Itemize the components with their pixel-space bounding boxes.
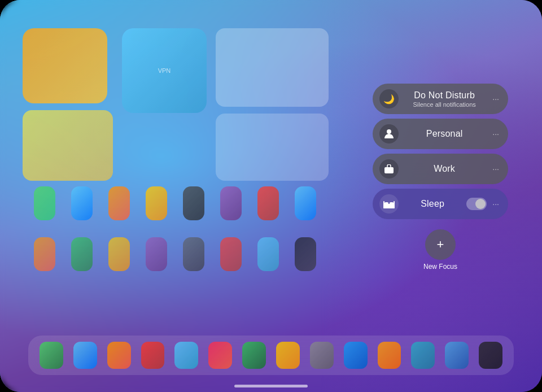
svg-rect-5: [383, 201, 384, 208]
app-icon-row2-6: [220, 237, 242, 271]
dock-icon-music[interactable]: [208, 342, 232, 369]
person-icon: [379, 124, 399, 143]
app-icon-photos: [295, 186, 316, 220]
personal-more-button[interactable]: ···: [490, 127, 501, 141]
dock-icon-settings[interactable]: [310, 342, 334, 369]
new-focus-label: New Focus: [423, 263, 457, 271]
app-icon-row2-8: [295, 237, 316, 271]
home-indicator: [234, 385, 308, 387]
svg-point-0: [387, 129, 391, 134]
sleep-more-button[interactable]: ···: [490, 197, 501, 211]
do-not-disturb-label: Do Not Disturb: [414, 90, 475, 101]
dock-icon-mail[interactable]: [141, 342, 165, 369]
app-icon-messages: [34, 186, 55, 220]
dock-icon-calendar[interactable]: [411, 342, 435, 369]
dock-icon-notes[interactable]: [378, 342, 401, 369]
personal-label: Personal: [426, 129, 463, 139]
app-icons-middle-row: [34, 186, 316, 220]
focus-item-sleep[interactable]: Sleep ···: [373, 189, 508, 219]
focus-item-work[interactable]: Work ···: [373, 154, 508, 184]
dock-icon-messages[interactable]: [40, 342, 63, 369]
app-icon-files: [108, 186, 130, 220]
focus-item-do-not-disturb[interactable]: 🌙 Do Not Disturb Silence all notificatio…: [373, 84, 508, 114]
work-more-button[interactable]: ···: [490, 162, 501, 176]
app-icon-safari: [71, 186, 93, 220]
dock-icon-appstore[interactable]: [344, 342, 368, 369]
dock-icon-safari[interactable]: [73, 342, 97, 369]
app-icon-row2-3: [108, 237, 130, 271]
focus-menu: 🌙 Do Not Disturb Silence all notificatio…: [373, 84, 508, 271]
briefcase-icon: [379, 159, 399, 178]
app-icon-row2-5: [183, 237, 204, 271]
dock-icon-weather[interactable]: [445, 342, 469, 369]
app-icon-row2-2: [71, 237, 93, 271]
widget-notes: [23, 110, 113, 181]
app-icon-row2-1: [34, 237, 55, 271]
moon-icon: 🌙: [379, 89, 399, 108]
bed-icon: [379, 194, 399, 214]
sleep-toggle-knob: [475, 199, 486, 209]
dock-icon-maps[interactable]: [276, 342, 300, 369]
do-not-disturb-more-button[interactable]: ···: [490, 92, 501, 106]
svg-rect-3: [384, 202, 388, 205]
app-icons-second-row: [34, 237, 316, 271]
dock-icon-dark-app[interactable]: [479, 342, 502, 369]
app-icon-music: [220, 186, 242, 220]
plus-icon: +: [425, 229, 456, 260]
dock-icon-files[interactable]: [107, 342, 131, 369]
app-icon-mail: [257, 186, 279, 220]
app-icon-maps: [146, 186, 167, 220]
ipad-frame: VPN 🌙 Do Not Disturb: [0, 0, 542, 392]
dock-icon-facetime[interactable]: [242, 342, 266, 369]
dock-bar: [28, 336, 514, 375]
widget-blue: VPN: [122, 28, 207, 113]
svg-rect-1: [384, 167, 394, 173]
svg-rect-6: [394, 201, 395, 208]
svg-rect-4: [390, 202, 394, 205]
sleep-label: Sleep: [421, 199, 444, 209]
widgets-area: VPN: [23, 28, 327, 181]
widget-rect-2: [216, 114, 329, 181]
work-label: Work: [434, 164, 455, 174]
widget-rect-1: [216, 28, 329, 107]
dock-icon-photos[interactable]: [174, 342, 198, 369]
app-icon-row2-7: [257, 237, 279, 271]
focus-item-personal[interactable]: Personal ···: [373, 119, 508, 149]
widget-yellow: [23, 28, 107, 103]
sleep-toggle[interactable]: [466, 198, 487, 210]
app-icon-dark1: [183, 186, 204, 220]
app-icon-row2-4: [146, 237, 167, 271]
do-not-disturb-sublabel: Silence all notifications: [413, 101, 476, 108]
new-focus-button[interactable]: + New Focus: [373, 229, 508, 271]
